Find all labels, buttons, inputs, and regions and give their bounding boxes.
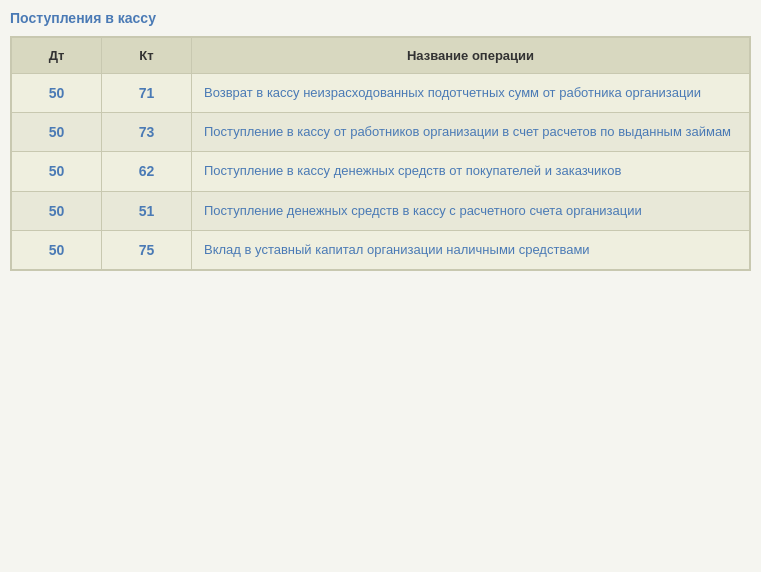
page-title: Поступления в кассу bbox=[10, 10, 751, 26]
table-row: 5075Вклад в уставный капитал организации… bbox=[12, 230, 750, 269]
cell-dt: 50 bbox=[12, 191, 102, 230]
cell-dt: 50 bbox=[12, 113, 102, 152]
header-dt: Дт bbox=[12, 38, 102, 74]
cell-operation: Поступление денежных средств в кассу с р… bbox=[192, 191, 750, 230]
table-row: 5051Поступление денежных средств в кассу… bbox=[12, 191, 750, 230]
cell-kt: 73 bbox=[102, 113, 192, 152]
table-row: 5073Поступление в кассу от работников ор… bbox=[12, 113, 750, 152]
cell-operation: Поступление в кассу от работников органи… bbox=[192, 113, 750, 152]
cell-operation: Возврат в кассу неизрасходованных подотч… bbox=[192, 74, 750, 113]
header-kt: Кт bbox=[102, 38, 192, 74]
cell-kt: 75 bbox=[102, 230, 192, 269]
header-operation: Название операции bbox=[192, 38, 750, 74]
cell-kt: 62 bbox=[102, 152, 192, 191]
cell-kt: 71 bbox=[102, 74, 192, 113]
main-table-wrapper: Дт Кт Название операции 5071Возврат в ка… bbox=[10, 36, 751, 271]
cell-dt: 50 bbox=[12, 152, 102, 191]
table-row: 5062Поступление в кассу денежных средств… bbox=[12, 152, 750, 191]
table-row: 5071Возврат в кассу неизрасходованных по… bbox=[12, 74, 750, 113]
cell-operation: Поступление в кассу денежных средств от … bbox=[192, 152, 750, 191]
cell-operation: Вклад в уставный капитал организации нал… bbox=[192, 230, 750, 269]
cell-dt: 50 bbox=[12, 74, 102, 113]
cell-kt: 51 bbox=[102, 191, 192, 230]
cell-dt: 50 bbox=[12, 230, 102, 269]
table-header-row: Дт Кт Название операции bbox=[12, 38, 750, 74]
operations-table: Дт Кт Название операции 5071Возврат в ка… bbox=[11, 37, 750, 270]
